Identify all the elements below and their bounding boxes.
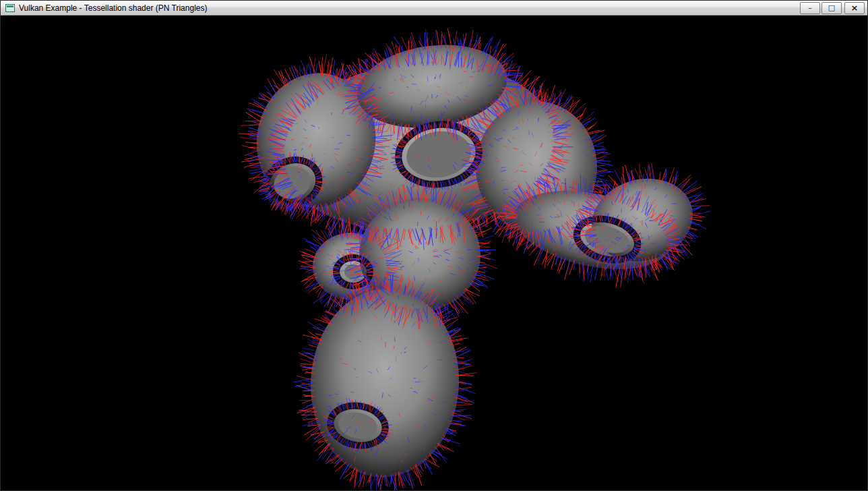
tessellation-render	[1, 16, 867, 490]
titlebar[interactable]: Vulkan Example - Tessellation shader (PN…	[1, 1, 867, 16]
render-viewport[interactable]	[1, 16, 867, 490]
maximize-button[interactable]: □	[822, 2, 842, 14]
window-title: Vulkan Example - Tessellation shader (PN…	[19, 3, 207, 13]
app-window: Vulkan Example - Tessellation shader (PN…	[0, 0, 868, 491]
app-icon	[5, 4, 15, 12]
close-button[interactable]: ×	[844, 2, 865, 14]
window-controls: – □ ×	[799, 2, 865, 14]
minimize-button[interactable]: –	[800, 2, 820, 14]
